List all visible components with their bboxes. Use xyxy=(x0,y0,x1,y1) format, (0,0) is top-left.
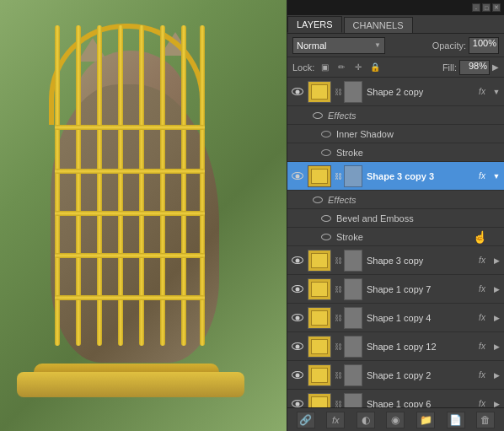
expand-effects-arrow[interactable]: ▼ xyxy=(491,86,502,98)
layer-name: Shape 2 copy xyxy=(363,87,474,97)
layer-mask-thumbnail xyxy=(344,165,362,187)
layer-mask-thumbnail xyxy=(344,81,362,103)
expand-effects-arrow[interactable]: ▶ xyxy=(491,398,502,408)
effect-row[interactable]: Stroke xyxy=(287,143,504,162)
image-canvas[interactable] xyxy=(0,0,287,431)
layer-row[interactable]: ⛓ Shape 1 copy 2 fx ▶ xyxy=(287,361,504,390)
bevel-emboss-icon xyxy=(319,212,333,225)
layer-row[interactable]: ⛓ Shape 3 copy 3 fx ▼ xyxy=(287,162,504,191)
close-button[interactable]: ✕ xyxy=(492,3,501,12)
lock-position-icon[interactable]: ✛ xyxy=(351,62,365,73)
link-layers-button[interactable]: 🔗 xyxy=(297,412,315,428)
lock-image-icon[interactable]: ✏ xyxy=(335,62,348,73)
layer-visibility-toggle[interactable] xyxy=(289,168,306,185)
fx-badge: fx xyxy=(474,369,491,382)
effect-row[interactable]: Stroke ☝ xyxy=(287,228,504,246)
new-layer-button[interactable]: 📄 xyxy=(447,412,465,428)
effects-label: Effects xyxy=(328,110,357,121)
cage-bar-h xyxy=(55,211,205,216)
panel-bottom-toolbar: 🔗 fx ◐ ◉ 📁 📄 🗑 xyxy=(287,407,504,431)
layer-link-icon[interactable]: ⛓ xyxy=(333,84,343,100)
fill-input[interactable]: 98% xyxy=(459,60,490,75)
layer-mask-thumbnail xyxy=(344,307,362,329)
effects-icon xyxy=(311,193,324,207)
blend-mode-row: Normal ▼ Opacity: 100% xyxy=(287,34,504,57)
layer-thumbnail xyxy=(308,364,331,386)
fx-badge: fx xyxy=(474,85,491,99)
layer-thumbnail xyxy=(308,393,331,408)
eye-icon xyxy=(292,314,303,321)
blend-mode-arrow: ▼ xyxy=(374,41,381,49)
minimize-button[interactable]: - xyxy=(472,3,480,12)
fill-arrow[interactable]: ▶ xyxy=(492,62,499,72)
layer-mask-thumbnail xyxy=(344,278,362,300)
layer-row[interactable]: ⛓ Shape 3 copy fx ▶ xyxy=(287,246,504,275)
blend-mode-select[interactable]: Normal ▼ xyxy=(292,37,385,54)
layer-visibility-toggle[interactable] xyxy=(289,367,306,384)
layer-link-icon[interactable]: ⛓ xyxy=(333,168,343,185)
layer-mask-thumbnail xyxy=(344,336,362,358)
opacity-label: Opacity: xyxy=(432,40,466,51)
new-fill-layer-button[interactable]: ◉ xyxy=(386,412,405,428)
layer-link-icon[interactable]: ⛓ xyxy=(333,252,343,269)
effect-row[interactable]: Inner Shadow xyxy=(287,125,504,143)
layer-visibility-toggle[interactable] xyxy=(289,281,306,298)
layer-link-icon[interactable]: ⛓ xyxy=(333,367,343,384)
layer-name: Shape 1 copy 7 xyxy=(363,284,474,294)
layer-visibility-toggle[interactable] xyxy=(289,252,306,269)
delete-layer-button[interactable]: 🗑 xyxy=(476,412,495,428)
stroke-icon xyxy=(319,230,333,244)
lock-all-icon[interactable]: 🔒 xyxy=(368,62,382,73)
effects-group-row: Effects xyxy=(287,191,504,209)
layer-visibility-toggle[interactable] xyxy=(289,396,306,408)
layer-link-icon[interactable]: ⛓ xyxy=(333,281,343,298)
layers-list[interactable]: ⛓ Shape 2 copy fx ▼ Effects Inner Shadow… xyxy=(287,78,504,407)
layer-row[interactable]: ⛓ Shape 1 copy 7 fx ▶ xyxy=(287,275,504,304)
lock-pixels-icon[interactable]: ▣ xyxy=(318,62,331,73)
layer-thumbnail xyxy=(308,250,331,272)
cage-bar-h xyxy=(55,125,205,130)
tab-channels[interactable]: CHANNELS xyxy=(344,17,413,33)
layer-row[interactable]: ⛓ Shape 2 copy fx ▼ xyxy=(287,78,504,106)
add-layer-style-button[interactable]: fx xyxy=(326,412,345,428)
layer-row[interactable]: ⛓ Shape 1 copy 6 fx ▶ xyxy=(287,390,504,407)
new-group-button[interactable]: 📁 xyxy=(416,412,435,428)
layer-name: Shape 1 copy 4 xyxy=(363,313,474,323)
expand-effects-arrow[interactable]: ▶ xyxy=(491,369,502,381)
expand-effects-arrow[interactable]: ▶ xyxy=(491,255,502,267)
layer-thumbnail xyxy=(308,278,331,300)
expand-effects-arrow[interactable]: ▶ xyxy=(491,312,502,324)
layer-visibility-toggle[interactable] xyxy=(289,84,306,100)
layer-thumbnail xyxy=(308,336,331,358)
layer-row[interactable]: ⛓ Shape 1 copy 12 fx ▶ xyxy=(287,332,504,361)
cage-bar-h xyxy=(55,169,205,174)
fx-badge: fx xyxy=(474,397,491,408)
expand-effects-arrow[interactable]: ▶ xyxy=(491,341,502,353)
tab-layers[interactable]: LAYERS xyxy=(287,16,342,33)
eye-icon xyxy=(292,88,303,95)
expand-effects-arrow[interactable]: ▶ xyxy=(491,283,502,295)
fill-section: Fill: 98% ▶ xyxy=(442,60,499,75)
layer-link-icon[interactable]: ⛓ xyxy=(333,396,343,408)
layer-row[interactable]: ⛓ Shape 1 copy 4 fx ▶ xyxy=(287,304,504,332)
effects-icon xyxy=(311,109,324,122)
effect-row[interactable]: Bevel and Emboss xyxy=(287,209,504,228)
opacity-input[interactable]: 100% xyxy=(469,37,499,54)
fx-badge: fx xyxy=(474,170,491,183)
effects-group-row: Effects xyxy=(287,106,504,125)
layer-link-icon[interactable]: ⛓ xyxy=(333,338,343,355)
layer-link-icon[interactable]: ⛓ xyxy=(333,310,343,326)
panel-titlebar: - □ ✕ xyxy=(287,0,504,15)
eye-icon xyxy=(292,371,303,379)
layer-thumbnail xyxy=(308,165,331,187)
layer-thumbnail xyxy=(308,81,331,103)
maximize-button[interactable]: □ xyxy=(482,3,491,12)
add-mask-button[interactable]: ◐ xyxy=(357,412,375,428)
fx-badge: fx xyxy=(474,254,491,267)
layer-name: Shape 3 copy xyxy=(363,256,474,266)
fx-badge: fx xyxy=(474,311,491,325)
expand-effects-arrow[interactable]: ▼ xyxy=(491,170,502,182)
layer-visibility-toggle[interactable] xyxy=(289,310,306,326)
cursor-indicator: ☝ xyxy=(473,230,487,244)
layer-visibility-toggle[interactable] xyxy=(289,338,306,355)
